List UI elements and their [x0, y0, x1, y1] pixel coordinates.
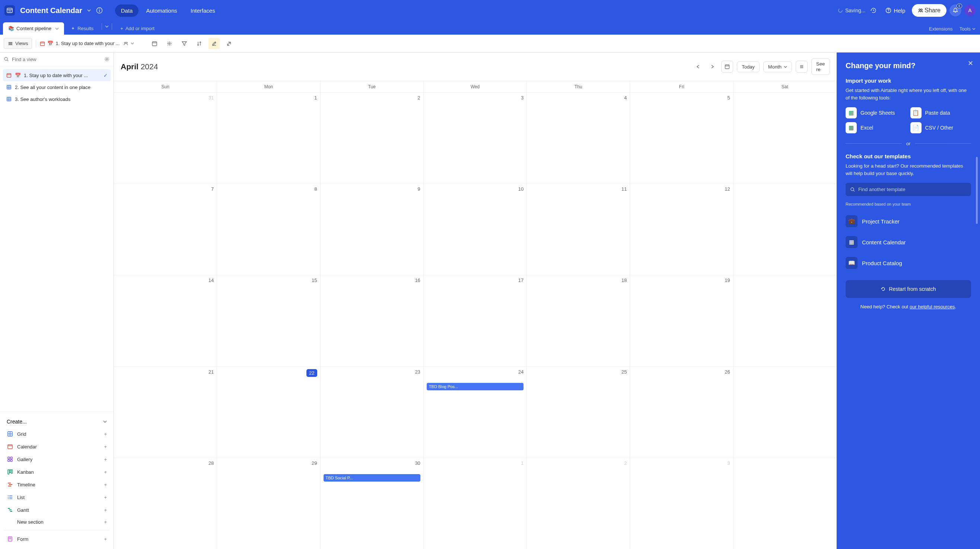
calendar-day[interactable]: 7 [114, 184, 217, 275]
calendar-day[interactable]: 9 [321, 184, 424, 275]
create-section-header[interactable]: Create... [4, 416, 110, 428]
gear-icon[interactable] [104, 56, 110, 62]
create-calendar[interactable]: Calendar+ [4, 440, 110, 453]
tab-interfaces[interactable]: Interfaces [185, 5, 221, 17]
table-tab-active[interactable]: 📚 Content pipeline [3, 22, 64, 35]
calendar-day[interactable]: 3 [630, 458, 733, 549]
table-menu-chevron-icon[interactable] [105, 25, 109, 28]
calendar-day[interactable]: 18 [527, 275, 630, 366]
find-view-input[interactable] [12, 57, 101, 62]
calendar-day[interactable]: 31 [114, 93, 217, 184]
sidebar-view-item[interactable]: 3. See author's workloads [3, 93, 111, 105]
create-form[interactable]: Form + [4, 533, 110, 545]
calendar-day[interactable]: 21 [114, 367, 217, 458]
help-resources-link[interactable]: our helpful resources [910, 304, 955, 310]
chevron-down-icon[interactable] [55, 27, 59, 30]
date-field-icon[interactable] [149, 38, 160, 49]
calendar-day[interactable]: 26 [630, 367, 733, 458]
restart-button[interactable]: Restart from scratch [846, 280, 971, 298]
chevron-down-icon[interactable] [131, 42, 134, 45]
calendar-day[interactable]: 29 [217, 458, 320, 549]
scrollbar[interactable] [976, 157, 978, 224]
calendar-day[interactable]: 11 [527, 184, 630, 275]
calendar-day[interactable] [733, 458, 837, 549]
current-view-name[interactable]: 📅 1. Stay up to date with your ... [40, 41, 134, 46]
tab-automations[interactable]: Automations [140, 5, 183, 17]
create-gallery[interactable]: Gallery+ [4, 453, 110, 466]
calendar-day[interactable]: 24TBD Blog Pos... [424, 367, 527, 458]
calendar-day[interactable]: 15 [217, 275, 320, 366]
calendar-day[interactable]: 4 [527, 93, 630, 184]
notifications-button[interactable]: 6 [950, 5, 961, 16]
template-item[interactable]: ▦Content Calendar [846, 232, 971, 253]
share-button[interactable]: Share [912, 4, 947, 17]
template-item[interactable]: 💼Project Tracker [846, 211, 971, 232]
info-icon[interactable] [94, 5, 105, 16]
sidebar-view-item[interactable]: 2. See all your content in one place [3, 81, 111, 93]
calendar-day[interactable]: 30TBD Social P... [321, 458, 424, 549]
calendar-day[interactable]: 16 [321, 275, 424, 366]
sidebar-view-item[interactable]: 📅1. Stay up to date with your ...✓ [3, 69, 111, 81]
calendar-day[interactable]: 17 [424, 275, 527, 366]
tools-button[interactable]: Tools [959, 26, 975, 32]
calendar-day[interactable]: 19 [630, 275, 733, 366]
avatar[interactable]: A [964, 5, 975, 16]
calendar-day[interactable]: 8 [217, 184, 320, 275]
views-toggle-button[interactable]: Views [4, 38, 32, 49]
sort-icon[interactable] [194, 38, 205, 49]
create-timeline[interactable]: Timeline+ [4, 478, 110, 491]
calendar-day[interactable]: 12 [630, 184, 733, 275]
next-month-button[interactable] [707, 62, 718, 72]
calendar-day[interactable] [733, 93, 837, 184]
calendar-day[interactable] [733, 275, 837, 366]
close-icon[interactable]: ✕ [968, 59, 973, 67]
calendar-event[interactable]: TBD Blog Pos... [427, 383, 523, 390]
create-grid[interactable]: Grid+ [4, 428, 110, 440]
calendar-day[interactable]: 3 [424, 93, 527, 184]
template-search-input[interactable] [858, 186, 967, 192]
today-button[interactable]: Today [737, 62, 760, 72]
calendar-day[interactable]: 14 [114, 275, 217, 366]
create-list[interactable]: List+ [4, 491, 110, 504]
calendar-day[interactable]: 28 [114, 458, 217, 549]
import-option[interactable]: 📋Paste data [910, 107, 971, 118]
help-button[interactable]: Help [882, 5, 909, 16]
import-option[interactable]: ▦Google Sheets [846, 107, 907, 118]
create-kanban[interactable]: Kanban+ [4, 466, 110, 478]
add-or-import-button[interactable]: + Add or import [115, 22, 160, 35]
template-search[interactable] [846, 183, 971, 196]
app-icon[interactable]: 31 [5, 5, 15, 16]
jump-to-date-button[interactable] [721, 61, 733, 73]
share-view-icon[interactable] [223, 38, 235, 49]
calendar-day[interactable] [733, 367, 837, 458]
calendar-day[interactable]: 22 [217, 367, 320, 458]
create-gantt[interactable]: Gantt+ [4, 504, 110, 516]
template-item[interactable]: 📖Product Catalog [846, 253, 971, 274]
calendar-event[interactable]: TBD Social P... [324, 474, 420, 482]
filter-icon[interactable] [179, 38, 190, 49]
base-menu-chevron-icon[interactable] [87, 8, 91, 13]
history-icon[interactable] [868, 5, 879, 16]
list-toggle-button[interactable] [796, 61, 808, 73]
calendar-day[interactable]: 5 [630, 93, 733, 184]
import-option[interactable]: 📄CSV / Other [910, 122, 971, 133]
calendar-day[interactable]: 2 [527, 458, 630, 549]
settings-icon[interactable] [164, 38, 175, 49]
range-select[interactable]: Month [763, 62, 792, 72]
extensions-button[interactable]: Extensions [929, 26, 953, 32]
base-title[interactable]: Content Calendar [20, 6, 82, 15]
calendar-day[interactable]: 1 [217, 93, 320, 184]
calendar-day[interactable]: 2 [321, 93, 424, 184]
import-option[interactable]: ▦Excel [846, 122, 907, 133]
prev-month-button[interactable] [693, 62, 703, 72]
calendar-day[interactable]: 25 [527, 367, 630, 458]
color-icon[interactable] [208, 38, 220, 49]
calendar-day[interactable]: 10 [424, 184, 527, 275]
calendar-day[interactable]: 23 [321, 367, 424, 458]
calendar-day[interactable] [733, 184, 837, 275]
see-records-button[interactable]: See re [811, 59, 830, 75]
create-new-section[interactable]: New section + [4, 516, 110, 528]
calendar-day[interactable]: 1 [424, 458, 527, 549]
table-tab-results[interactable]: Results [65, 22, 99, 35]
tab-data[interactable]: Data [115, 5, 139, 17]
